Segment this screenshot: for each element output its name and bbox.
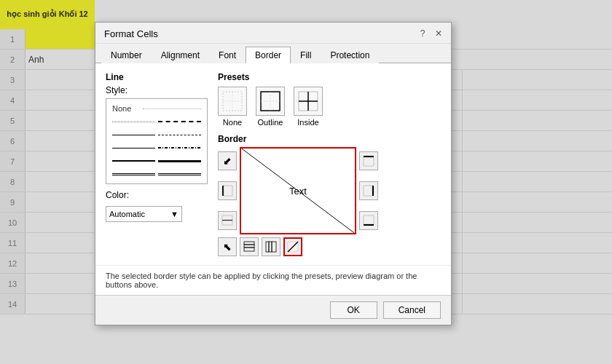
preset-outline-label: Outline [258,118,283,127]
border-btn-right[interactable] [359,181,378,200]
border-preview[interactable]: Text [240,147,356,234]
format-cells-dialog: Format Cells ? ✕ Number Alignment Font B… [95,22,452,325]
svg-rect-25 [269,242,272,252]
svg-rect-17 [364,186,372,196]
dialog-footer-buttons: OK Cancel [95,295,451,325]
preset-inside[interactable]: Inside [294,87,323,127]
color-row: Color: [106,190,208,203]
line-label: Line [106,72,208,82]
border-btn-top[interactable] [359,151,378,170]
dialog-controls: ? ✕ [416,27,445,40]
border-btn-middle-h[interactable] [218,211,237,230]
svg-rect-16 [364,157,374,166]
svg-rect-15 [364,156,374,157]
presets-row: None Outline [218,87,441,127]
preview-text: Text [289,186,307,197]
preset-none-svg [220,89,245,114]
border-bottom-icon [363,215,374,226]
svg-rect-24 [266,242,269,252]
border-middle-h-icon [221,215,233,226]
color-dropdown[interactable]: Automatic ▼ [106,206,182,222]
border-btn-all-h[interactable] [240,237,259,256]
svg-rect-22 [244,245,254,248]
border-all-v-icon [265,241,277,253]
border-btn-bottom[interactable] [359,211,378,230]
dialog-titlebar: Format Cells ? ✕ [95,23,451,44]
preset-none[interactable]: None [218,87,247,127]
svg-rect-20 [364,224,374,226]
dialog-title: Format Cells [104,28,158,39]
right-panel: Presets None [218,72,441,256]
tab-font[interactable]: Font [209,47,246,63]
svg-rect-26 [272,242,276,252]
svg-rect-13 [222,221,232,225]
preset-outline-svg [258,89,283,114]
preset-inside-label: Inside [297,118,318,127]
tab-alignment[interactable]: Alignment [152,47,209,63]
preset-outline[interactable]: Outline [256,87,285,127]
border-diag-highlighted-icon [287,241,299,253]
line-none-label: None [112,104,131,113]
svg-rect-18 [372,186,374,196]
preset-inside-icon [294,87,323,116]
help-button[interactable]: ? [416,27,429,40]
border-btn-diagonal-up[interactable]: ⬉ [218,237,237,256]
border-top-icon [363,155,374,167]
border-btn-all-v[interactable] [262,237,280,256]
preset-none-icon [218,87,247,116]
border-btn-diagonal-down[interactable]: ⬋ [218,151,237,170]
tab-number[interactable]: Number [101,47,152,63]
border-section-label: Border [218,134,441,144]
svg-rect-21 [244,242,254,245]
preset-outline-icon [256,87,285,116]
svg-rect-9 [222,186,224,196]
close-button[interactable]: ✕ [432,27,445,40]
line-style-selector[interactable]: None [106,98,208,184]
dropdown-arrow-icon: ▼ [170,210,178,218]
border-btn-diag-highlighted[interactable] [283,237,302,256]
presets-label: Presets [218,72,441,82]
color-label: Color: [106,190,129,200]
border-right-icon [363,185,374,197]
svg-rect-10 [224,186,232,196]
svg-rect-19 [364,215,374,224]
tab-fill[interactable]: Fill [291,47,321,63]
svg-rect-11 [222,215,232,220]
ok-button[interactable]: OK [330,301,377,319]
border-bottom-btns: ⬉ [218,237,441,256]
tab-protection[interactable]: Protection [321,47,379,63]
preset-none-label: None [223,118,242,127]
color-select-text: Automatic [109,210,145,218]
line-panel: Line Style: None [106,72,208,256]
svg-rect-23 [244,248,254,251]
cancel-button[interactable]: Cancel [383,301,441,319]
border-btn-left[interactable] [218,181,237,200]
border-left-icon [221,185,233,197]
svg-line-28 [288,242,298,252]
style-label: Style: [106,85,208,95]
dialog-body: Line Style: None [95,63,451,265]
dialog-footer-info: The selected border style can be applied… [95,265,451,295]
tab-border[interactable]: Border [246,47,291,63]
dialog-tabs: Number Alignment Font Border Fill Protec… [95,44,451,63]
preset-inside-svg [296,89,321,114]
border-all-h-icon [243,241,255,253]
